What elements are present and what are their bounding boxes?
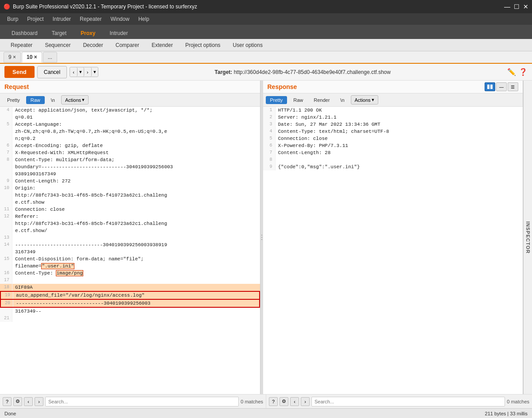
- req-line-4: 4 Accept: application/json, text/javascr…: [0, 107, 260, 114]
- menu-burp[interactable]: Burp: [3, 14, 23, 24]
- req-next-match-button[interactable]: ›: [35, 397, 43, 406]
- menu-repeater[interactable]: Repeater: [75, 14, 106, 24]
- view-split-btn[interactable]: [485, 82, 495, 91]
- menu-window[interactable]: Window: [106, 14, 134, 24]
- nav-back-button[interactable]: ‹: [70, 67, 78, 77]
- help-icon[interactable]: ❓: [519, 68, 528, 76]
- view-single-btn[interactable]: ☰: [508, 82, 518, 91]
- req-line-20: 20 ------------------------------3040190…: [0, 300, 260, 308]
- req-line-5: 5 Accept-Language:: [0, 121, 260, 128]
- subtab-sequencer[interactable]: Sequencer: [39, 40, 77, 50]
- filename-highlight: ".user.ini": [41, 263, 74, 269]
- resp-line-3: 3 Date: Sun, 27 Mar 2022 13:34:36 GMT: [263, 121, 523, 128]
- tab-target[interactable]: Target: [45, 27, 74, 39]
- view-horizontal-btn[interactable]: —: [496, 82, 507, 91]
- resp-tab-raw[interactable]: Raw: [289, 96, 307, 104]
- close-button[interactable]: ✕: [523, 3, 528, 10]
- app-icon: 🔴: [4, 4, 10, 10]
- cancel-button[interactable]: Cancel: [37, 66, 67, 78]
- subtab-user-options[interactable]: User options: [227, 40, 269, 50]
- maximize-button[interactable]: ☐: [514, 3, 520, 10]
- subtab-comparer[interactable]: Comparer: [109, 40, 145, 50]
- resp-line-8: 8: [263, 156, 523, 163]
- target-url: Target: http://360d4de2-98fb-4c77-85d0-4…: [101, 69, 505, 75]
- minimize-button[interactable]: —: [504, 3, 510, 10]
- title-bar-controls[interactable]: — ☐ ✕: [504, 3, 528, 10]
- req-line-8b: boundary=-----------------------------30…: [0, 163, 260, 170]
- edit-icon[interactable]: ✏️: [507, 68, 516, 76]
- menu-intruder[interactable]: Intruder: [48, 14, 75, 24]
- rep-tab-9[interactable]: 9 ×: [4, 52, 21, 62]
- req-prev-match-button[interactable]: ‹: [24, 397, 33, 406]
- resp-line-7: 7 Content-Length: 28: [263, 149, 523, 156]
- response-toolbar: Pretty Raw Render \n Actions ▾: [263, 93, 523, 107]
- req-line-15: 15 Content-Disposition: form-data; name=…: [0, 255, 260, 263]
- req-tab-raw[interactable]: Raw: [26, 96, 45, 104]
- svg-rect-0: [487, 85, 489, 89]
- response-body[interactable]: 1 HTTP/1.1 200 OK 2 Server: nginx/1.21.1…: [263, 107, 523, 394]
- req-settings-button[interactable]: ⚙: [13, 397, 22, 406]
- rep-tab-10[interactable]: 10 ×: [22, 52, 42, 63]
- resp-actions-button[interactable]: Actions ▾: [351, 95, 378, 104]
- request-search-input[interactable]: [45, 397, 239, 406]
- nav-forward-down-button[interactable]: ▾: [92, 67, 98, 77]
- resp-line-5: 5 Connection: close: [263, 135, 523, 142]
- response-bottom-panel: ? ⚙ ‹ › 0 matches: [266, 395, 532, 408]
- response-search-input[interactable]: [311, 397, 505, 406]
- request-body[interactable]: 4 Accept: application/json, text/javascr…: [0, 107, 260, 394]
- req-actions-button[interactable]: Actions ▾: [61, 95, 89, 104]
- subtab-decoder[interactable]: Decoder: [77, 40, 109, 50]
- subtab-project-options[interactable]: Project options: [179, 40, 226, 50]
- resp-tab-pretty[interactable]: Pretty: [266, 96, 287, 104]
- status-right: 211 bytes | 33 millis: [485, 411, 528, 416]
- req-line-11: 11 Connection: close: [0, 206, 260, 213]
- req-line-13: 13: [0, 234, 260, 241]
- req-line-16: 16 Content-Type: image/png: [0, 270, 260, 277]
- tab-proxy[interactable]: Proxy: [74, 27, 102, 39]
- resp-tab-n[interactable]: \n: [336, 96, 349, 104]
- resp-help-button[interactable]: ?: [269, 397, 278, 406]
- response-view-toggle: — ☰: [485, 82, 518, 91]
- resp-prev-match-button[interactable]: ‹: [290, 397, 299, 406]
- resp-line-1: 1 HTTP/1.1 200 OK: [263, 107, 523, 114]
- nav-back-down-button[interactable]: ▾: [78, 67, 84, 77]
- req-line-21: 21: [0, 315, 260, 322]
- req-tab-pretty[interactable]: Pretty: [3, 96, 24, 104]
- bottom-bar: ? ⚙ ‹ › 0 matches ? ⚙ ‹ › 0 matches: [0, 394, 532, 408]
- inspector-label: INSPECTOR: [525, 221, 531, 254]
- req-line-6: 6 Accept-Encoding: gzip, deflate: [0, 142, 260, 149]
- tab-dashboard[interactable]: Dashboard: [4, 27, 45, 39]
- req-line-5b: zh-CN,zh;q=0.8,zh-TW;q=0.7,zh-HK;q=0.5,e…: [0, 128, 260, 135]
- menu-help[interactable]: Help: [134, 14, 154, 24]
- req-tab-n[interactable]: \n: [47, 96, 59, 104]
- req-line-8c: 93891903167349: [0, 170, 260, 178]
- resp-line-6: 6 X-Powered-By: PHP/7.3.11: [263, 142, 523, 149]
- inspector-sidebar[interactable]: INSPECTOR: [523, 81, 532, 394]
- req-line-9: 9 Content-Length: 272: [0, 178, 260, 185]
- req-line-12c: e.ctf.show/: [0, 227, 260, 234]
- resp-line-9: 9 {"code":0,"msg":".user.ini"}: [263, 163, 523, 170]
- req-line-19: 19 auto_append_file="/var/log/nginx/acce…: [0, 291, 260, 300]
- resp-tab-render[interactable]: Render: [309, 96, 334, 104]
- nav-forward-button[interactable]: ›: [84, 67, 92, 77]
- tab-intruder[interactable]: Intruder: [102, 27, 135, 39]
- request-bottom-panel: ? ⚙ ‹ › 0 matches: [0, 395, 266, 408]
- response-title: Response: [268, 83, 297, 90]
- send-button[interactable]: Send: [4, 66, 35, 78]
- menu-project[interactable]: Project: [23, 14, 48, 24]
- req-line-20b: 3167349--: [0, 308, 260, 315]
- req-line-5c: n;q=0.2: [0, 135, 260, 142]
- repeater-tabs: 9 × 10 × ...: [0, 51, 532, 64]
- main-content: Request Pretty Raw \n Actions ▾ 4 Accept…: [0, 81, 532, 394]
- req-line-10: 10 Origin:: [0, 185, 260, 192]
- resp-settings-button[interactable]: ⚙: [280, 397, 288, 406]
- subtab-repeater[interactable]: Repeater: [4, 40, 39, 50]
- rep-tab-more[interactable]: ...: [43, 52, 57, 62]
- svg-rect-1: [490, 85, 493, 89]
- menu-bar: Burp Project Intruder Repeater Window He…: [0, 13, 532, 25]
- req-help-button[interactable]: ?: [3, 397, 12, 406]
- nav-tabs: Dashboard Target Proxy Intruder: [0, 25, 532, 39]
- resp-next-match-button[interactable]: ›: [301, 397, 310, 406]
- title-bar: 🔴 Burp Suite Professional v2020.12.1 - T…: [0, 0, 532, 13]
- subtab-extender[interactable]: Extender: [145, 40, 179, 50]
